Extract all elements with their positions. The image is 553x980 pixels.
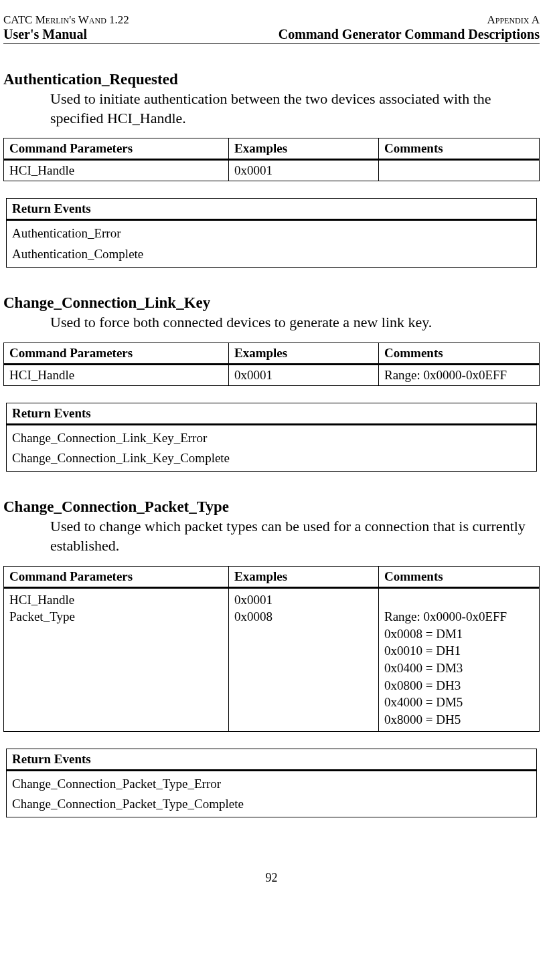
column-header: Examples xyxy=(229,138,379,160)
column-header: Command Parameters xyxy=(4,138,229,160)
table-row: HCI_Handle 0x0001 xyxy=(4,160,540,181)
page-header: CATC Merlin's Wand 1.22 Appendix A User'… xyxy=(3,13,540,44)
header-bottom-right: Command Generator Command Descriptions xyxy=(279,27,540,42)
section-change-connection-packet-type: Change_Connection_Packet_Type Used to ch… xyxy=(3,498,540,817)
return-events-table: Return Events Change_Connection_Link_Key… xyxy=(6,403,537,472)
cell-events: Change_Connection_Link_Key_Error Change_… xyxy=(7,424,537,472)
column-header: Examples xyxy=(229,566,379,587)
cell-events: Authentication_Error Authentication_Comp… xyxy=(7,220,537,268)
header-top-right: Appendix A xyxy=(487,13,540,27)
return-events-table: Return Events Change_Connection_Packet_T… xyxy=(6,749,537,818)
cell-parameter: HCI_Handle Packet_Type xyxy=(4,587,229,731)
section-title: Authentication_Requested xyxy=(3,71,540,88)
column-header: Comments xyxy=(379,138,540,160)
section-description: Used to initiate authentication between … xyxy=(50,90,540,128)
cell-example: 0x0001 0x0008 xyxy=(229,587,379,731)
cell-comment xyxy=(379,160,540,181)
parameters-table: Command Parameters Examples Comments HCI… xyxy=(3,342,540,386)
column-header: Return Events xyxy=(7,749,537,770)
table-row: Change_Connection_Packet_Type_Error Chan… xyxy=(7,770,537,817)
header-top-left: CATC Merlin's Wand 1.22 xyxy=(3,13,129,27)
parameters-table: Command Parameters Examples Comments HCI… xyxy=(3,138,540,181)
column-header: Examples xyxy=(229,342,379,364)
table-row: Change_Connection_Link_Key_Error Change_… xyxy=(7,424,537,472)
column-header: Return Events xyxy=(7,403,537,424)
cell-comment: Range: 0x0000-0x0EFF 0x0008 = DM1 0x0010… xyxy=(379,587,540,731)
return-events-table: Return Events Authentication_Error Authe… xyxy=(6,198,537,268)
cell-parameter: HCI_Handle xyxy=(4,364,229,385)
table-row: HCI_Handle Packet_Type 0x0001 0x0008 Ran… xyxy=(4,587,540,731)
header-bottom-left: User's Manual xyxy=(3,27,87,42)
column-header: Command Parameters xyxy=(4,342,229,364)
section-change-connection-link-key: Change_Connection_Link_Key Used to force… xyxy=(3,294,540,472)
cell-example: 0x0001 xyxy=(229,364,379,385)
section-title: Change_Connection_Packet_Type xyxy=(3,498,540,516)
column-header: Command Parameters xyxy=(4,566,229,587)
section-description: Used to force both connected devices to … xyxy=(50,313,540,332)
page-number: 92 xyxy=(3,871,540,885)
section-description: Used to change which packet types can be… xyxy=(50,517,540,555)
cell-comment: Range: 0x0000-0x0EFF xyxy=(379,364,540,385)
header-divider xyxy=(3,43,540,44)
cell-example: 0x0001 xyxy=(229,160,379,181)
table-row: HCI_Handle 0x0001 Range: 0x0000-0x0EFF xyxy=(4,364,540,385)
table-row: Authentication_Error Authentication_Comp… xyxy=(7,220,537,268)
parameters-table: Command Parameters Examples Comments HCI… xyxy=(3,566,540,732)
column-header: Comments xyxy=(379,342,540,364)
cell-parameter: HCI_Handle xyxy=(4,160,229,181)
section-authentication-requested: Authentication_Requested Used to initiat… xyxy=(3,71,540,268)
column-header: Return Events xyxy=(7,199,537,220)
section-title: Change_Connection_Link_Key xyxy=(3,294,540,312)
column-header: Comments xyxy=(379,566,540,587)
cell-events: Change_Connection_Packet_Type_Error Chan… xyxy=(7,770,537,817)
